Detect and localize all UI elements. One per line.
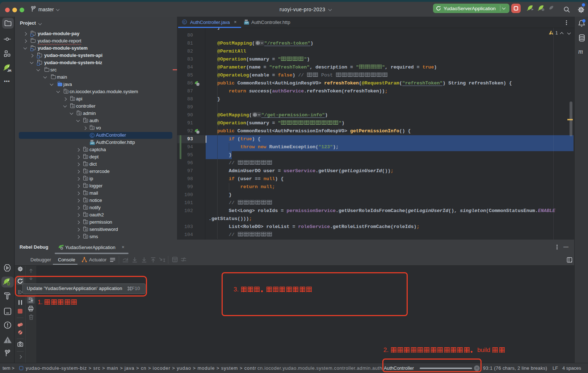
svg-text:JR: JR [7, 69, 12, 72]
